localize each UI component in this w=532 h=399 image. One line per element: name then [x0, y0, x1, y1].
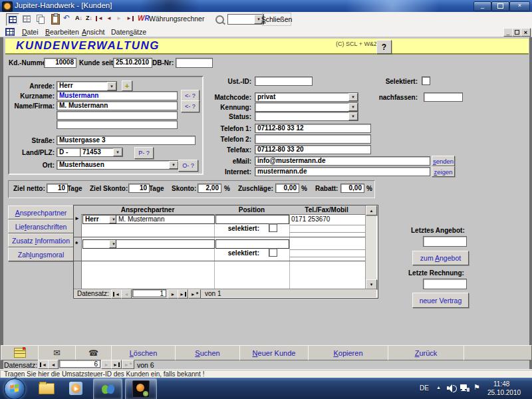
subform-new-record-button[interactable]: ►*: [188, 289, 201, 299]
sort-ascending-button[interactable]: A↓: [75, 15, 82, 21]
telefax-field[interactable]: 07112-80 33 20: [255, 145, 371, 154]
minimize-button[interactable]: _: [473, 1, 491, 11]
neuer-vertrag-button[interactable]: neuer Vertrag: [412, 293, 469, 308]
close-form-toolbar-button[interactable]: Schließen: [262, 13, 291, 26]
ort-dropdown-icon[interactable]: ▼: [169, 161, 178, 169]
kunde-seit-field[interactable]: 25.10.2010: [113, 58, 152, 68]
clock-time[interactable]: 11:48: [493, 380, 509, 388]
language-indicator[interactable]: DE: [420, 384, 429, 392]
newrow-name-field[interactable]: [116, 239, 215, 249]
name-zusatz1-field[interactable]: [57, 111, 178, 120]
status-combobox[interactable]: ▼: [255, 112, 358, 121]
search-icon[interactable]: [215, 15, 224, 24]
land-field[interactable]: D -: [57, 148, 82, 157]
suchen-button[interactable]: Suchen: [175, 345, 240, 360]
plz-combobox[interactable]: 71453 ▼: [80, 148, 123, 157]
matchcode-combobox[interactable]: privat ▼: [255, 92, 358, 102]
next-record-toolbar-button[interactable]: ►: [116, 15, 122, 21]
subform-last-record-button[interactable]: ►: [178, 289, 188, 299]
mdi-minimize-button[interactable]: _: [503, 28, 513, 37]
ziel-skonto-field[interactable]: 10: [128, 184, 150, 193]
mdi-close-button[interactable]: ×: [521, 28, 531, 37]
undo-button[interactable]: ↶: [63, 13, 70, 23]
nachfassen-field[interactable]: [424, 92, 463, 102]
subform-record-number-field[interactable]: 1: [132, 289, 166, 297]
first-record-toolbar-button[interactable]: ◄: [96, 15, 103, 21]
taskbar-jupiter-app-button[interactable]: [125, 378, 157, 399]
selektiert-checkbox[interactable]: [422, 76, 430, 85]
last-record-button[interactable]: ►: [111, 360, 122, 369]
mdi-restore-button[interactable]: [512, 28, 521, 37]
matchcode-dropdown-icon[interactable]: ▼: [348, 93, 358, 101]
skonto-field[interactable]: 2,00: [198, 184, 221, 193]
copy-button[interactable]: [37, 15, 45, 23]
anrede-combobox[interactable]: Herr ▼: [57, 81, 117, 91]
kurzname-field[interactable]: Mustermann: [57, 91, 178, 100]
ort-lookup-button[interactable]: O- ?: [178, 160, 198, 172]
email-field[interactable]: info@mustermann.de: [255, 156, 430, 166]
currency-calculator-icon[interactable]: WR: [138, 14, 150, 22]
plz-dropdown-icon[interactable]: ▼: [113, 148, 122, 156]
taskbar-messenger-button[interactable]: [93, 378, 122, 399]
tab-zusatz-information[interactable]: Zusatz Information: [8, 233, 74, 247]
tray-expand-icon[interactable]: ▲: [436, 385, 441, 390]
tab-lieferanschriften[interactable]: Lieferanschriften: [8, 219, 74, 233]
tab-ansprechpartner[interactable]: Ansprechpartner: [8, 205, 74, 219]
name-zusatz2-field[interactable]: [57, 120, 178, 129]
row1-position-field[interactable]: [215, 215, 289, 224]
clock-date[interactable]: 25.10.2010: [487, 389, 521, 396]
start-button[interactable]: [4, 378, 25, 399]
menu-datei[interactable]: Datei: [22, 28, 39, 36]
status-dropdown-icon[interactable]: ▼: [348, 112, 358, 120]
ziel-netto-field[interactable]: 10: [47, 184, 68, 193]
ust-id-field[interactable]: [255, 76, 313, 86]
paste-button[interactable]: [51, 14, 60, 25]
newrow-selektiert-checkbox[interactable]: [269, 248, 277, 257]
previous-record-toolbar-button[interactable]: ◄: [106, 15, 112, 21]
add-anrede-button[interactable]: +: [122, 80, 132, 91]
letztes-angebot-field[interactable]: [423, 236, 467, 247]
taskbar-media-player-button[interactable]: ▶: [63, 378, 88, 398]
scroll-down-button[interactable]: ▼: [366, 279, 377, 289]
maximize-button[interactable]: [491, 1, 509, 11]
row1-tel-cell[interactable]: 0171 253670: [291, 215, 330, 223]
strasse-field[interactable]: Mustergasse 3: [57, 136, 196, 145]
kd-nummer-field[interactable]: 10008: [44, 58, 76, 68]
menu-bearbeiten[interactable]: Bearbeiten: [45, 28, 79, 36]
mail-button[interactable]: ✉: [38, 345, 76, 360]
anrede-dropdown-icon[interactable]: ▼: [107, 82, 116, 90]
neuer-kunde-button[interactable]: Neuer Kunde: [239, 345, 309, 360]
new-record-button[interactable]: ►*: [122, 360, 134, 369]
datasheet-view-button[interactable]: [21, 13, 33, 25]
sort-descending-button[interactable]: Z↓: [86, 15, 92, 21]
subform-scrollbar[interactable]: [365, 205, 376, 289]
name-lookup-button[interactable]: <- ?: [181, 100, 200, 112]
ort-combobox[interactable]: Musterhausen ▼: [57, 160, 179, 170]
taskbar-explorer-button[interactable]: [33, 378, 60, 398]
previous-record-button[interactable]: ◄: [48, 360, 59, 369]
last-record-toolbar-button[interactable]: ►: [126, 15, 134, 21]
row1-name-field[interactable]: M. Mustermann: [116, 215, 215, 224]
zum-angebot-button[interactable]: zum Angebot: [412, 251, 469, 265]
tab-zahlungsmoral[interactable]: Zahlungsmoral: [8, 247, 74, 261]
form-view-button[interactable]: [6, 13, 19, 26]
plz-lookup-button[interactable]: P- ?: [134, 147, 154, 159]
close-button[interactable]: ×: [509, 1, 530, 11]
internet-field[interactable]: mustermann.de: [255, 167, 430, 176]
kopieren-button[interactable]: Kopieren: [308, 345, 388, 360]
telefon1-field[interactable]: 07112-80 33 12: [255, 124, 371, 133]
name-firma-field[interactable]: M. Mustermann: [57, 101, 178, 110]
network-icon[interactable]: [460, 384, 469, 392]
action-center-flag-icon[interactable]: ⚑: [473, 383, 480, 392]
subform-first-record-button[interactable]: ◄: [111, 289, 122, 299]
scroll-up-button[interactable]: ▲: [366, 205, 377, 215]
subform-previous-record-button[interactable]: ◄: [121, 289, 132, 299]
subform-next-record-button[interactable]: ►: [168, 289, 178, 299]
search-combobox[interactable]: ▼: [227, 14, 264, 25]
telefon2-field[interactable]: [255, 134, 371, 144]
row1-selektiert-checkbox[interactable]: [269, 223, 277, 232]
zurueck-button[interactable]: Zurück: [388, 345, 464, 360]
first-record-button[interactable]: ◄: [38, 360, 49, 369]
record-number-field[interactable]: 6: [59, 360, 100, 368]
letzte-rechnung-field[interactable]: [423, 279, 467, 289]
